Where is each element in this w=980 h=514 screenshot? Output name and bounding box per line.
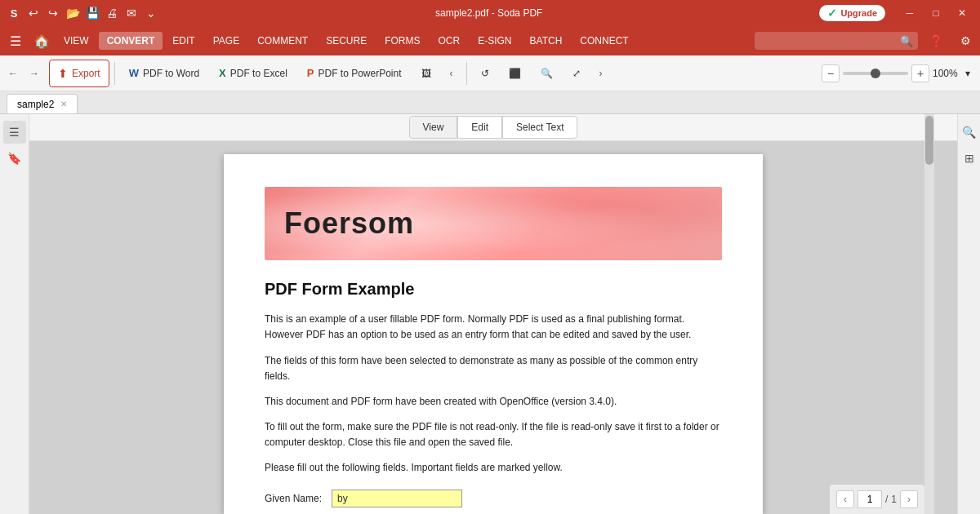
scrollbar[interactable] [924, 114, 934, 514]
pdf-paragraph-1: This is an example of a user fillable PD… [265, 312, 722, 343]
save-icon[interactable]: 💾 [85, 6, 100, 20]
image-icon: 🖼 [421, 68, 431, 79]
content-area: View Edit Select Text Foersom PDF Form E… [29, 114, 957, 514]
next-page-button[interactable]: › [900, 490, 918, 508]
pdf-tab-view[interactable]: View [409, 116, 458, 139]
menu-item-secure[interactable]: SECURE [318, 32, 375, 50]
redo-icon[interactable]: ↪ [46, 6, 60, 20]
toolbar-more-2[interactable]: › [591, 64, 611, 83]
pdf-form-row: Given Name: [265, 490, 722, 507]
pdf-paragraph-3: This document and PDF form have been cre… [265, 394, 722, 410]
divider-1 [114, 62, 115, 85]
right-search-btn[interactable]: 🔍 [958, 121, 981, 144]
menu-item-comment[interactable]: COMMENT [249, 32, 316, 50]
prev-page-button[interactable]: ‹ [836, 490, 854, 508]
menu-item-convert[interactable]: CONVERT [99, 32, 163, 50]
sidebar-right: 🔍 ⊞ [957, 114, 980, 514]
open-icon[interactable]: 📂 [65, 6, 80, 20]
app-icon: S [7, 6, 21, 20]
home-button[interactable]: 🏠 [29, 29, 54, 53]
excel-icon: X [219, 67, 226, 79]
given-name-input[interactable] [332, 490, 462, 507]
pdf-paragraph-2: The fields of this form have been select… [265, 353, 722, 384]
restore-button[interactable]: □ [924, 2, 947, 24]
export-icon: ⬆ [58, 67, 68, 80]
more-icon[interactable]: ⌄ [144, 6, 158, 20]
pdf-tab-select-text[interactable]: Select Text [502, 116, 577, 139]
zoom-value: 100% [933, 68, 962, 79]
page-separator: / [885, 494, 888, 505]
menu-item-connect[interactable]: CONNECT [572, 32, 636, 50]
sidebar-panel-toggle[interactable]: ☰ [3, 121, 26, 144]
zoom-out-btn[interactable]: − [822, 64, 840, 82]
back-button[interactable]: ← [3, 64, 23, 83]
powerpoint-icon: P [307, 67, 314, 79]
zoom-slider-thumb [871, 69, 880, 78]
pdf-to-excel-button[interactable]: X PDF to Excel [210, 60, 296, 87]
pdf-company-name: Foersom [284, 206, 414, 241]
image-button[interactable]: 🖼 [412, 60, 440, 87]
hamburger-menu[interactable]: ☰ [3, 29, 28, 53]
undo-icon[interactable]: ↩ [26, 6, 41, 20]
toolbar: ← → ⬆ Export W PDF to Word X PDF to Exce… [0, 55, 980, 91]
pdf-page: Foersom PDF Form Example This is an exam… [224, 154, 763, 514]
file-tab-name: sample2 [17, 99, 54, 110]
forward-button[interactable]: → [24, 64, 44, 83]
window-title: sample2.pdf - Soda PDF [158, 7, 819, 19]
divider-2 [466, 62, 467, 85]
menu-item-esign[interactable]: E-SIGN [470, 32, 519, 50]
menu-item-ocr[interactable]: OCR [430, 32, 469, 50]
file-tab[interactable]: sample2 ✕ [7, 94, 78, 113]
given-name-label: Given Name: [265, 493, 322, 504]
fit-button[interactable]: ⬛ [500, 60, 530, 87]
upgrade-check-icon: ✓ [827, 7, 837, 20]
file-tab-close[interactable]: ✕ [60, 100, 67, 109]
zoom-out-button[interactable]: 🔍 [532, 60, 562, 87]
main-layout: ☰ 🔖 View Edit Select Text Foersom PDF Fo… [0, 114, 980, 514]
menu-item-edit[interactable]: EDIT [164, 32, 203, 50]
menu-search-area: 🔍 ❓ ⚙ [755, 29, 977, 52]
pdf-header-image: Foersom [265, 187, 722, 260]
right-panel-btn[interactable]: ⊞ [958, 147, 981, 170]
title-bar-right: ✓ Upgrade ─ □ ✕ [819, 2, 973, 24]
pdf-paragraph-5: Please fill out the following fields. Im… [265, 460, 722, 476]
pdf-paragraph-4: To fill out the form, make sure the PDF … [265, 419, 722, 450]
upgrade-button[interactable]: ✓ Upgrade [819, 5, 885, 21]
zoom-dropdown[interactable]: ▾ [965, 68, 970, 79]
sidebar-left: ☰ 🔖 [0, 114, 29, 514]
menu-item-batch[interactable]: BATCH [522, 32, 571, 50]
zoom-slider[interactable] [843, 72, 908, 75]
menu-item-forms[interactable]: FORMS [376, 32, 428, 50]
help-icon[interactable]: ❓ [924, 29, 947, 52]
menu-item-page[interactable]: PAGE [205, 32, 247, 50]
total-pages: 1 [891, 494, 897, 505]
export-button[interactable]: ⬆ Export [49, 60, 109, 87]
title-bar-left: S ↩ ↪ 📂 💾 🖨 ✉ ⌄ [7, 6, 158, 20]
current-page-input[interactable] [858, 490, 882, 508]
tab-bar: sample2 ✕ [0, 91, 980, 114]
scrollbar-thumb [925, 116, 933, 165]
search-input[interactable] [755, 32, 918, 50]
minimize-button[interactable]: ─ [898, 2, 921, 24]
pdf-to-word-button[interactable]: W PDF to Word [120, 60, 208, 87]
pagination-bar: ‹ / 1 › [830, 485, 924, 514]
print-icon[interactable]: 🖨 [105, 6, 119, 20]
pdf-tab-edit[interactable]: Edit [457, 116, 502, 139]
zoom-control: − + 100% ▾ [822, 64, 970, 82]
rotate-left-button[interactable]: ↺ [472, 60, 498, 87]
pdf-body-title: PDF Form Example [265, 280, 722, 299]
close-button[interactable]: ✕ [951, 2, 973, 24]
menu-bar: ☰ 🏠 VIEW CONVERT EDIT PAGE COMMENT SECUR… [0, 26, 980, 55]
settings-icon[interactable]: ⚙ [954, 29, 977, 52]
zoom-in-btn[interactable]: + [911, 64, 929, 82]
word-icon: W [129, 67, 139, 79]
pdf-to-powerpoint-button[interactable]: P PDF to PowerPoint [298, 60, 411, 87]
toolbar-more[interactable]: ‹ [442, 64, 461, 83]
sidebar-bookmarks[interactable]: 🔖 [3, 147, 26, 170]
export-button2[interactable]: ⤢ [564, 60, 590, 87]
email-icon[interactable]: ✉ [124, 6, 139, 20]
pdf-view-toolbar: View Edit Select Text [29, 114, 957, 141]
title-bar: S ↩ ↪ 📂 💾 🖨 ✉ ⌄ sample2.pdf - Soda PDF ✓… [0, 0, 980, 26]
menu-item-view[interactable]: VIEW [56, 32, 97, 50]
